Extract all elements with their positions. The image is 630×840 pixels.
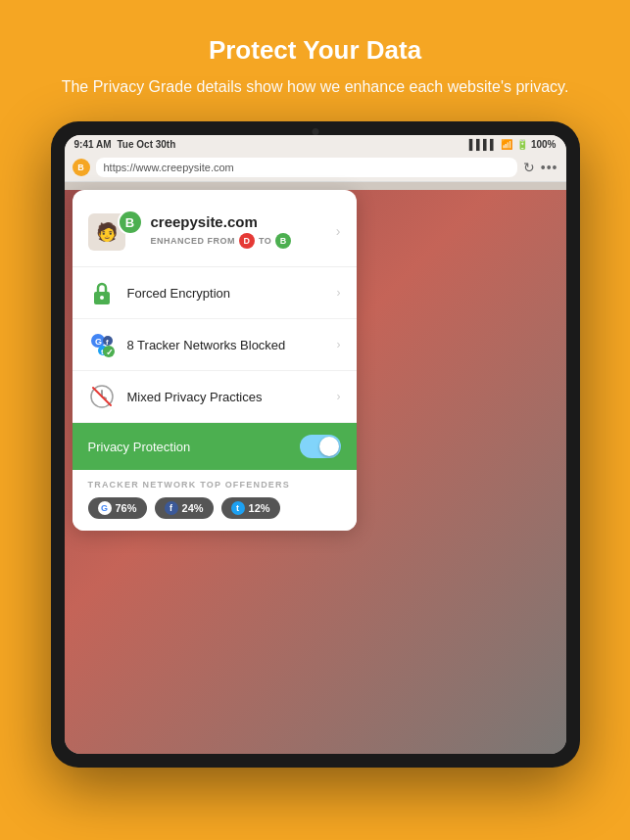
google-logo: G <box>98 501 112 515</box>
offender-twitter: t 12% <box>221 497 280 519</box>
privacy-popup: 🧑 B creepysite.com ENHANCED FROM D TO B … <box>73 190 357 531</box>
twitter-logo: t <box>231 501 245 515</box>
signal-icon: ▌▌▌▌ <box>469 139 497 150</box>
facebook-logo: f <box>165 501 178 515</box>
tablet-device: 9:41 AM Tue Oct 30th ▌▌▌▌ 📶 🔋 100% B htt… <box>51 121 580 768</box>
browser-bar[interactable]: B https://www.creepysite.com ↻ ••• <box>65 154 566 182</box>
svg-text:f: f <box>106 338 109 347</box>
browser-actions: ↻ ••• <box>523 160 558 175</box>
privacy-toggle[interactable] <box>300 435 341 458</box>
battery-icon: 🔋 100% <box>516 139 556 150</box>
wifi-icon: 📶 <box>501 139 512 150</box>
status-bar: 9:41 AM Tue Oct 30th ▌▌▌▌ 📶 🔋 100% <box>65 135 566 154</box>
status-date: Tue Oct 30th <box>117 139 175 150</box>
svg-point-1 <box>100 296 104 300</box>
svg-text:✓: ✓ <box>106 348 114 357</box>
google-percent: 76% <box>116 502 137 514</box>
feature-row-trackers[interactable]: G f t ✓ 8 Tracker Networks Blocked › <box>73 319 357 371</box>
popup-header[interactable]: 🧑 B creepysite.com ENHANCED FROM D TO B … <box>73 190 357 267</box>
grade-to-badge: B <box>275 233 291 249</box>
site-face-icon: 🧑 <box>96 221 118 243</box>
twitter-percent: 12% <box>249 502 270 514</box>
more-icon[interactable]: ••• <box>541 160 558 175</box>
privacy-protection-bar[interactable]: Privacy Protection <box>73 423 357 470</box>
status-icons: ▌▌▌▌ 📶 🔋 100% <box>469 139 557 150</box>
grade-icon-stack: 🧑 B <box>88 210 143 253</box>
site-domain: creepysite.com <box>151 213 336 230</box>
popup-site-info: creepysite.com ENHANCED FROM D TO B <box>143 213 336 249</box>
encryption-icon <box>88 279 116 306</box>
offender-facebook: f 24% <box>155 497 214 519</box>
header-section: Protect Your Data The Privacy Grade deta… <box>3 0 628 121</box>
browser-logo: B <box>73 159 90 176</box>
toggle-knob <box>319 437 339 456</box>
popup-chevron-icon: › <box>336 223 341 239</box>
tracker-chevron-icon: › <box>337 338 341 351</box>
refresh-icon[interactable]: ↻ <box>523 160 535 175</box>
enhanced-from-label: ENHANCED FROM <box>151 236 236 246</box>
grade-from-badge: D <box>239 233 255 249</box>
page-title: Protect Your Data <box>62 35 569 66</box>
tablet-camera <box>312 128 318 135</box>
grade-b-badge: B <box>118 210 143 235</box>
facebook-percent: 24% <box>182 502 204 514</box>
encryption-chevron-icon: › <box>337 286 341 300</box>
url-bar[interactable]: https://www.creepysite.com <box>96 158 517 177</box>
svg-text:G: G <box>95 337 102 347</box>
tablet-screen: 9:41 AM Tue Oct 30th ▌▌▌▌ 📶 🔋 100% B htt… <box>65 135 566 754</box>
feature-row-encryption[interactable]: Forced Encryption › <box>73 267 357 319</box>
page-subtitle: The Privacy Grade details show how we en… <box>62 75 569 98</box>
grade-enhancement-text: ENHANCED FROM D TO B <box>151 233 336 249</box>
tracker-icon: G f t ✓ <box>88 331 116 358</box>
offenders-section: TRACKER NETWORK TOP OFFENDERS G 76% f 24… <box>73 470 357 531</box>
to-label: TO <box>259 236 271 246</box>
privacy-protection-label: Privacy Protection <box>88 440 191 454</box>
tracker-label: 8 Tracker Networks Blocked <box>127 338 325 352</box>
encryption-label: Forced Encryption <box>127 286 325 301</box>
status-time: 9:41 AM <box>74 139 112 150</box>
mixed-privacy-icon <box>88 383 116 410</box>
feature-row-mixed[interactable]: Mixed Privacy Practices › <box>73 371 357 423</box>
offenders-row: G 76% f 24% t 12% <box>88 497 341 519</box>
offenders-title: TRACKER NETWORK TOP OFFENDERS <box>88 480 341 490</box>
mixed-label: Mixed Privacy Practices <box>127 390 325 404</box>
offender-google: G 76% <box>88 497 147 519</box>
mixed-chevron-icon: › <box>337 390 341 403</box>
